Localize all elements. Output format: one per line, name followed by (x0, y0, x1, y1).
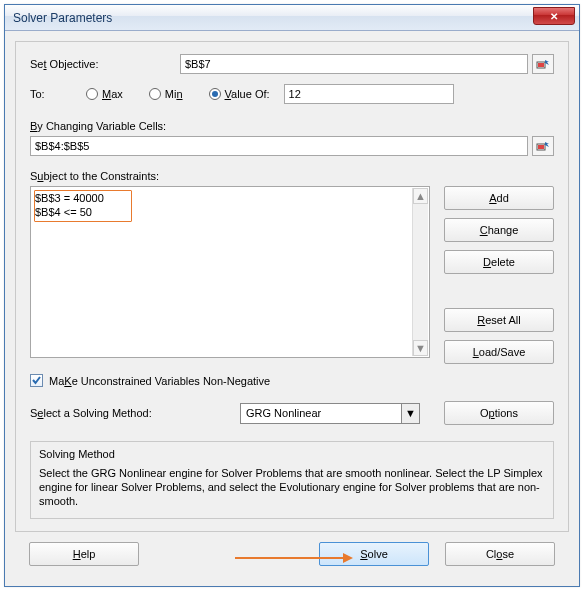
scroll-down-icon[interactable]: ▼ (413, 340, 428, 356)
objective-label: Set Objective: (30, 58, 180, 70)
delete-button[interactable]: Delete (444, 250, 554, 274)
objective-input[interactable]: $B$7 (180, 54, 528, 74)
changing-cells-input[interactable]: $B$4:$B$5 (30, 136, 528, 156)
range-select-icon (536, 57, 550, 71)
method-select[interactable]: GRG Nonlinear ▼ (240, 403, 420, 424)
solving-method-info: Solving Method Select the GRG Nonlinear … (30, 441, 554, 519)
info-body: Select the GRG Nonlinear engine for Solv… (39, 466, 545, 508)
radio-value-of-label: Value Of: (225, 88, 270, 100)
options-button[interactable]: Options (444, 401, 554, 425)
constraints-area: $B$3 = 40000 $B$4 <= 50 ▲ ▼ Add Change D… (30, 186, 554, 364)
dialog-body: Set Objective: $B$7 To: Max Min Value Of… (5, 31, 579, 586)
close-icon: ✕ (550, 11, 558, 22)
title-bar: Solver Parameters ✕ (5, 5, 579, 31)
reset-all-button[interactable]: Reset All (444, 308, 554, 332)
to-row: To: Max Min Value Of: 12 (30, 84, 554, 104)
scrollbar[interactable]: ▲ ▼ (412, 188, 428, 356)
constraints-list[interactable]: $B$3 = 40000 $B$4 <= 50 ▲ ▼ (30, 186, 430, 358)
dialog-window: Solver Parameters ✕ Set Objective: $B$7 … (4, 4, 580, 587)
radio-max-label: Max (102, 88, 123, 100)
close-dialog-button[interactable]: Close (445, 542, 555, 566)
svg-rect-3 (538, 145, 544, 149)
method-row: Select a Solving Method: GRG Nonlinear ▼… (30, 401, 554, 425)
load-save-button[interactable]: Load/Save (444, 340, 554, 364)
nonneg-checkbox[interactable] (30, 374, 43, 387)
radio-max[interactable] (86, 88, 98, 100)
changing-cells-label: By Changing Variable Cells: (30, 120, 554, 132)
objective-range-button[interactable] (532, 54, 554, 74)
objective-row: Set Objective: $B$7 (30, 54, 554, 74)
changing-range-button[interactable] (532, 136, 554, 156)
nonneg-row: MaKe Unconstrained Variables Non-Negativ… (30, 374, 554, 387)
value-of-input[interactable]: 12 (284, 84, 454, 104)
check-icon (31, 375, 42, 386)
method-label: Select a Solving Method: (30, 407, 180, 419)
radio-min[interactable] (149, 88, 161, 100)
radio-min-label: Min (165, 88, 183, 100)
chevron-down-icon: ▼ (401, 404, 419, 423)
svg-rect-1 (538, 63, 544, 67)
constraints-label: Subject to the Constraints: (30, 170, 554, 182)
info-header: Solving Method (39, 448, 545, 460)
dialog-footer: Help Solve Close (15, 532, 569, 576)
range-select-icon (536, 139, 550, 153)
to-label: To: (30, 88, 86, 100)
radio-value-of[interactable] (209, 88, 221, 100)
constraints-buttons: Add Change Delete Reset All Load/Save (444, 186, 554, 364)
constraint-item[interactable]: $B$3 = 40000 (35, 191, 425, 205)
scroll-up-icon[interactable]: ▲ (413, 188, 428, 204)
add-button[interactable]: Add (444, 186, 554, 210)
changing-cells-row: $B$4:$B$5 (30, 136, 554, 156)
nonneg-label: MaKe Unconstrained Variables Non-Negativ… (49, 375, 270, 387)
solve-button[interactable]: Solve (319, 542, 429, 566)
constraint-item[interactable]: $B$4 <= 50 (35, 205, 425, 219)
window-title: Solver Parameters (13, 11, 112, 25)
close-button[interactable]: ✕ (533, 7, 575, 25)
change-button[interactable]: Change (444, 218, 554, 242)
help-button[interactable]: Help (29, 542, 139, 566)
main-panel: Set Objective: $B$7 To: Max Min Value Of… (15, 41, 569, 532)
